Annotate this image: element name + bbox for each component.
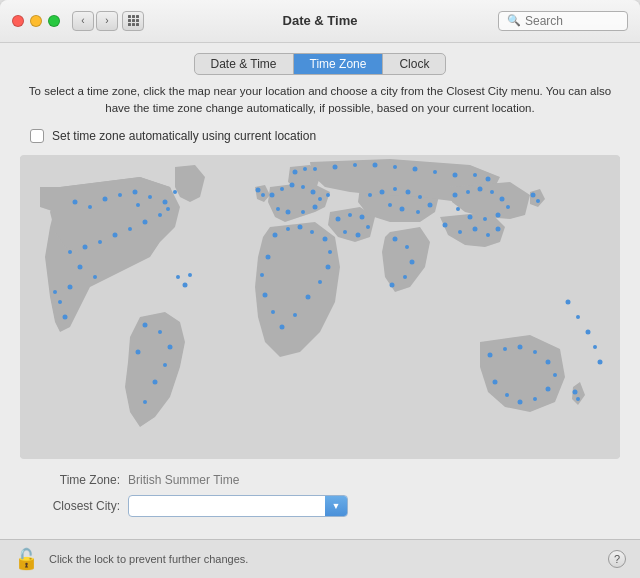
time-zone-row: Time Zone: British Summer Time bbox=[20, 473, 620, 487]
bottom-fields: Time Zone: British Summer Time Closest C… bbox=[0, 473, 640, 539]
svg-point-90 bbox=[486, 177, 491, 182]
svg-point-5 bbox=[133, 190, 138, 195]
svg-point-113 bbox=[553, 373, 557, 377]
svg-point-91 bbox=[453, 193, 458, 198]
svg-point-108 bbox=[488, 353, 493, 358]
svg-point-17 bbox=[68, 285, 73, 290]
minimize-button[interactable] bbox=[30, 15, 42, 27]
nav-buttons: ‹ › bbox=[72, 11, 118, 31]
svg-point-35 bbox=[311, 190, 316, 195]
forward-button[interactable]: › bbox=[96, 11, 118, 31]
svg-point-104 bbox=[486, 233, 490, 237]
svg-point-119 bbox=[573, 390, 578, 395]
auto-timezone-row: Set time zone automatically using curren… bbox=[20, 129, 620, 143]
svg-point-103 bbox=[473, 227, 478, 232]
svg-point-59 bbox=[260, 273, 264, 277]
tab-clock[interactable]: Clock bbox=[383, 54, 445, 74]
tab-group: Date & Time Time Zone Clock bbox=[194, 53, 447, 75]
closest-city-input-wrapper[interactable]: ▼ bbox=[128, 495, 348, 517]
svg-point-121 bbox=[566, 300, 571, 305]
svg-point-25 bbox=[158, 330, 162, 334]
tab-time-zone[interactable]: Time Zone bbox=[294, 54, 384, 74]
svg-point-74 bbox=[400, 207, 405, 212]
svg-point-127 bbox=[183, 283, 188, 288]
svg-point-11 bbox=[113, 233, 118, 238]
svg-point-98 bbox=[483, 217, 487, 221]
svg-point-75 bbox=[388, 203, 392, 207]
footer: 🔓 Click the lock to prevent further chan… bbox=[0, 539, 640, 578]
svg-point-117 bbox=[505, 393, 509, 397]
closest-city-label: Closest City: bbox=[20, 499, 120, 513]
svg-point-18 bbox=[58, 300, 62, 304]
help-button[interactable]: ? bbox=[608, 550, 626, 568]
footer-text: Click the lock to prevent further change… bbox=[49, 553, 598, 565]
tab-date-time[interactable]: Date & Time bbox=[195, 54, 294, 74]
svg-point-26 bbox=[168, 345, 173, 350]
svg-point-19 bbox=[63, 315, 68, 320]
svg-point-49 bbox=[310, 230, 314, 234]
svg-point-46 bbox=[273, 233, 278, 238]
world-map-container[interactable] bbox=[20, 155, 620, 459]
svg-point-33 bbox=[290, 183, 295, 188]
svg-point-22 bbox=[166, 207, 170, 211]
svg-point-10 bbox=[128, 227, 132, 231]
maximize-button[interactable] bbox=[48, 15, 60, 27]
svg-point-107 bbox=[536, 199, 540, 203]
svg-point-53 bbox=[318, 280, 322, 284]
svg-point-47 bbox=[286, 227, 290, 231]
svg-point-114 bbox=[546, 387, 551, 392]
search-input[interactable] bbox=[525, 14, 619, 28]
svg-point-54 bbox=[306, 295, 311, 300]
svg-point-28 bbox=[153, 380, 158, 385]
time-zone-value: British Summer Time bbox=[128, 473, 239, 487]
svg-point-76 bbox=[393, 237, 398, 242]
svg-point-63 bbox=[360, 215, 365, 220]
window-title: Date & Time bbox=[283, 13, 358, 28]
svg-point-4 bbox=[118, 193, 122, 197]
svg-point-32 bbox=[280, 187, 284, 191]
description-text: To select a time zone, click the map nea… bbox=[20, 83, 620, 118]
svg-point-128 bbox=[188, 273, 192, 277]
svg-point-96 bbox=[506, 205, 510, 209]
svg-point-8 bbox=[158, 213, 162, 217]
search-bar[interactable]: 🔍 bbox=[498, 11, 628, 31]
tab-bar: Date & Time Time Zone Clock bbox=[0, 43, 640, 83]
main-window: ‹ › Date & Time 🔍 Date & Time Time Zone … bbox=[0, 0, 640, 578]
auto-timezone-checkbox[interactable] bbox=[30, 129, 44, 143]
svg-point-99 bbox=[468, 215, 473, 220]
svg-point-124 bbox=[593, 345, 597, 349]
svg-point-92 bbox=[466, 190, 470, 194]
auto-timezone-label: Set time zone automatically using curren… bbox=[52, 129, 316, 143]
svg-point-56 bbox=[280, 325, 285, 330]
svg-point-87 bbox=[433, 170, 437, 174]
svg-point-106 bbox=[531, 193, 536, 198]
time-zone-label: Time Zone: bbox=[20, 473, 120, 487]
back-button[interactable]: ‹ bbox=[72, 11, 94, 31]
closest-city-input[interactable] bbox=[129, 499, 325, 513]
svg-point-3 bbox=[103, 197, 108, 202]
svg-point-43 bbox=[256, 188, 261, 193]
svg-point-14 bbox=[68, 250, 72, 254]
grid-view-button[interactable] bbox=[122, 11, 144, 31]
svg-point-44 bbox=[261, 193, 265, 197]
lock-icon[interactable]: 🔓 bbox=[14, 547, 39, 571]
svg-point-67 bbox=[368, 193, 372, 197]
svg-point-45 bbox=[326, 193, 330, 197]
close-button[interactable] bbox=[12, 15, 24, 27]
svg-point-97 bbox=[496, 213, 501, 218]
svg-point-27 bbox=[163, 363, 167, 367]
content-area: To select a time zone, click the map nea… bbox=[0, 83, 640, 474]
svg-point-83 bbox=[353, 163, 357, 167]
svg-point-115 bbox=[533, 397, 537, 401]
svg-point-48 bbox=[298, 225, 303, 230]
svg-point-93 bbox=[478, 187, 483, 192]
svg-point-20 bbox=[53, 290, 57, 294]
svg-point-126 bbox=[176, 275, 180, 279]
svg-point-68 bbox=[380, 190, 385, 195]
svg-point-52 bbox=[326, 265, 331, 270]
svg-point-12 bbox=[98, 240, 102, 244]
svg-point-9 bbox=[143, 220, 148, 225]
city-dropdown-arrow[interactable]: ▼ bbox=[325, 496, 347, 516]
closest-city-row: Closest City: ▼ bbox=[20, 495, 620, 517]
svg-point-80 bbox=[390, 283, 395, 288]
